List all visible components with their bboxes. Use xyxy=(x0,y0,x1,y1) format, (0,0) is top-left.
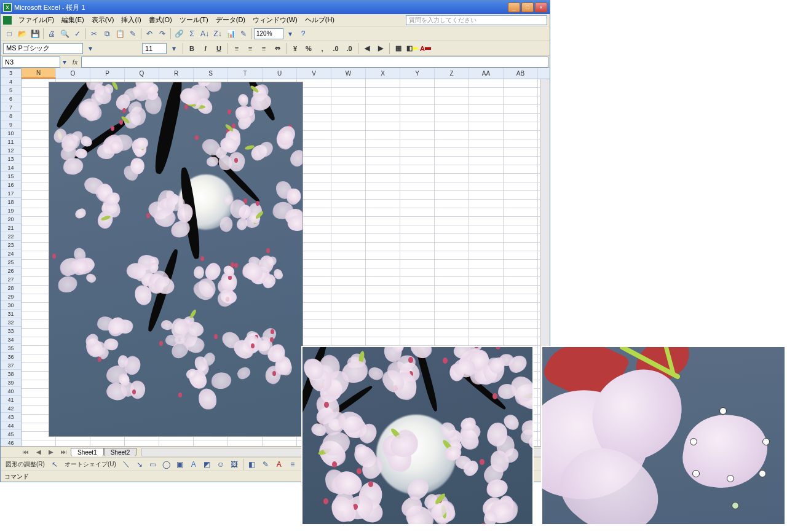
column-header[interactable]: T xyxy=(228,68,263,79)
borders-button[interactable]: ▦ xyxy=(392,42,405,55)
clipart-button[interactable]: ☺ xyxy=(215,458,227,471)
column-header[interactable]: O xyxy=(56,68,90,79)
row-header[interactable]: 26 xyxy=(1,267,21,275)
row-header[interactable]: 4 xyxy=(1,77,21,86)
row-header[interactable]: 46 xyxy=(1,439,21,446)
chart-wizard-button[interactable]: 📊 xyxy=(224,28,237,40)
sheet-tab-active[interactable]: Sheet1 xyxy=(71,448,104,456)
maximize-button[interactable]: □ xyxy=(521,2,534,12)
new-button[interactable]: □ xyxy=(3,28,15,40)
row-header[interactable]: 42 xyxy=(1,404,21,413)
row-header[interactable]: 45 xyxy=(1,430,21,439)
row-header[interactable]: 11 xyxy=(1,138,21,146)
sort-desc-button[interactable]: Z↓ xyxy=(212,28,224,40)
column-header[interactable]: V xyxy=(297,68,331,79)
row-header[interactable]: 35 xyxy=(1,344,21,353)
line-color-button[interactable]: ✎ xyxy=(259,458,272,471)
row-header[interactable]: 7 xyxy=(1,103,21,112)
column-header[interactable]: AB xyxy=(504,68,538,79)
line-style-button[interactable]: ≡ xyxy=(287,458,299,471)
redo-button[interactable]: ↷ xyxy=(156,28,168,40)
minimize-button[interactable]: _ xyxy=(508,2,520,12)
zoom-box[interactable]: 120% xyxy=(254,28,283,39)
diagram-button[interactable]: ◩ xyxy=(201,458,213,471)
row-header[interactable]: 25 xyxy=(1,258,21,267)
tab-nav-first[interactable]: ⏮ xyxy=(19,448,33,455)
open-button[interactable]: 📂 xyxy=(16,28,28,40)
row-header[interactable]: 20 xyxy=(1,215,21,224)
row-header[interactable]: 5 xyxy=(1,86,21,95)
name-box-dropdown[interactable]: ▾ xyxy=(60,56,69,68)
menu-help[interactable]: ヘルプ(H) xyxy=(302,14,338,26)
font-color-button[interactable]: A xyxy=(419,42,432,55)
column-header[interactable]: N xyxy=(22,68,56,79)
row-header[interactable]: 34 xyxy=(1,335,21,344)
currency-button[interactable]: ¥ xyxy=(289,42,301,55)
row-header[interactable]: 9 xyxy=(1,120,21,129)
fx-icon[interactable]: fx xyxy=(69,58,81,66)
menu-edit[interactable]: 編集(E) xyxy=(58,14,87,26)
print-preview-button[interactable]: 🔍 xyxy=(58,28,71,40)
italic-button[interactable]: I xyxy=(199,42,212,55)
row-header[interactable]: 23 xyxy=(1,241,21,249)
row-header[interactable]: 36 xyxy=(1,353,21,361)
sort-asc-button[interactable]: A↓ xyxy=(199,28,211,40)
row-header[interactable]: 13 xyxy=(1,155,21,163)
name-box[interactable]: N3 xyxy=(2,57,60,68)
rectangle-button[interactable]: ▭ xyxy=(147,458,159,471)
bold-button[interactable]: B xyxy=(186,42,198,55)
menu-format[interactable]: 書式(O) xyxy=(146,14,175,26)
row-header[interactable]: 15 xyxy=(1,172,21,181)
decrease-decimal-button[interactable]: .0 xyxy=(343,42,355,55)
row-header[interactable]: 32 xyxy=(1,318,21,327)
align-right-button[interactable]: ≡ xyxy=(258,42,270,55)
font-size-dropdown[interactable]: ▾ xyxy=(168,42,180,55)
edit-handle[interactable] xyxy=(690,438,697,445)
save-button[interactable]: 💾 xyxy=(29,28,41,40)
workbook-icon[interactable] xyxy=(3,16,12,25)
row-header[interactable]: 3 xyxy=(1,69,21,77)
menu-data[interactable]: データ(D) xyxy=(213,14,248,26)
menu-file[interactable]: ファイル(F) xyxy=(15,14,57,26)
row-header[interactable]: 41 xyxy=(1,396,21,404)
edit-handle[interactable] xyxy=(759,470,766,477)
font-color-draw-button[interactable]: A xyxy=(273,458,285,471)
comma-button[interactable]: , xyxy=(316,42,328,55)
row-header[interactable]: 17 xyxy=(1,189,21,198)
textbox-button[interactable]: ▣ xyxy=(174,458,186,471)
autosum-button[interactable]: Σ xyxy=(186,28,198,40)
edit-handle[interactable] xyxy=(762,438,770,445)
insert-picture-button[interactable]: 🖼 xyxy=(228,458,240,471)
edit-handle[interactable] xyxy=(727,475,734,482)
font-size-box[interactable]: 11 xyxy=(142,43,167,54)
draw-menu[interactable]: 図形の調整(R) xyxy=(3,460,47,469)
cut-button[interactable]: ✂ xyxy=(88,28,100,40)
increase-decimal-button[interactable]: .0 xyxy=(330,42,342,55)
line-button[interactable]: ＼ xyxy=(120,458,132,471)
row-header[interactable]: 18 xyxy=(1,198,21,206)
tab-nav-prev[interactable]: ◀ xyxy=(33,448,45,455)
align-center-button[interactable]: ≡ xyxy=(244,42,256,55)
row-header[interactable]: 10 xyxy=(1,129,21,138)
row-header[interactable]: 33 xyxy=(1,327,21,335)
row-header[interactable]: 19 xyxy=(1,206,21,215)
column-header[interactable]: Q xyxy=(125,68,159,79)
menu-tools[interactable]: ツール(T) xyxy=(176,14,212,26)
percent-button[interactable]: % xyxy=(303,42,315,55)
help-search-box[interactable]: 質問を入力してください xyxy=(406,15,547,25)
row-header[interactable]: 37 xyxy=(1,361,21,370)
row-header[interactable]: 21 xyxy=(1,224,21,232)
row-header[interactable]: 12 xyxy=(1,146,21,155)
row-header[interactable]: 30 xyxy=(1,301,21,310)
oval-button[interactable]: ◯ xyxy=(160,458,173,471)
format-painter-button[interactable]: ✎ xyxy=(127,28,139,40)
column-header[interactable]: U xyxy=(263,68,297,79)
menu-view[interactable]: 表示(V) xyxy=(89,14,117,26)
row-header[interactable]: 6 xyxy=(1,95,21,103)
paste-button[interactable]: 📋 xyxy=(114,28,126,40)
row-header[interactable]: 8 xyxy=(1,112,21,120)
edit-handle[interactable] xyxy=(692,470,700,477)
hyperlink-button[interactable]: 🔗 xyxy=(173,28,185,40)
row-header[interactable]: 14 xyxy=(1,163,21,172)
tab-nav-next[interactable]: ▶ xyxy=(45,448,57,455)
